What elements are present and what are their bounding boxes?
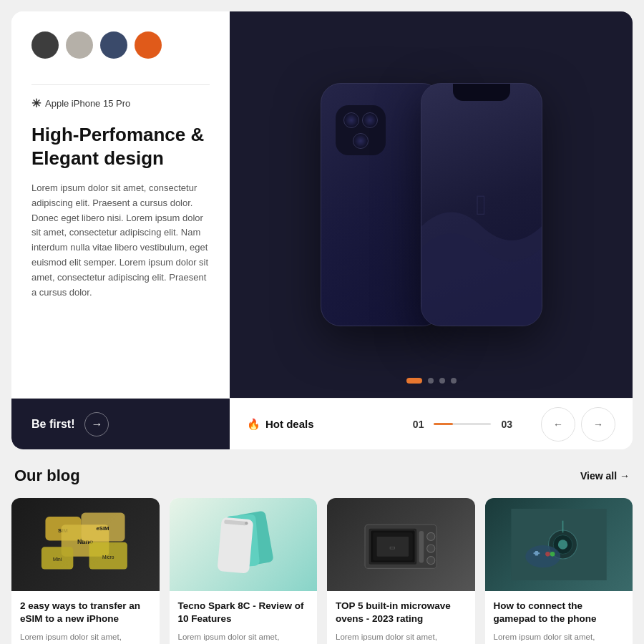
svg-text:Mini: Mini [53, 557, 62, 562]
svg-rect-19 [419, 531, 424, 562]
blog-card-4-title: How to connect the gamepad to the phone [494, 600, 625, 625]
product-tag-label: Apple iPhone 15 Pro [45, 98, 130, 109]
bottom-bar: Be first! → 🔥 Hot deals 01 03 ← → [11, 398, 633, 449]
view-all-link[interactable]: View all → [580, 470, 630, 482]
swatch-dark-gray[interactable] [31, 31, 59, 59]
blog-header: Our blog View all → [11, 467, 633, 485]
blog-card-4-desc: Lorem ipsum dolor sit amet, consectetur … [494, 631, 625, 644]
hero-panel:  [230, 11, 633, 398]
blog-image-3: ▭ [327, 498, 475, 591]
main-container: ✳ Apple iPhone 15 Pro High-Perfomance & … [11, 11, 633, 449]
cta-button[interactable]: Be first! → [11, 399, 230, 449]
svg-text:eSIM: eSIM [97, 525, 109, 532]
carousel-dot-1[interactable] [406, 378, 422, 384]
gamepad-svg [494, 509, 623, 580]
progress-section: 01 03 [413, 419, 512, 430]
cta-label: Be first! [31, 418, 74, 431]
cta-arrow-icon: → [84, 412, 109, 436]
divider [31, 84, 210, 85]
product-title: High-Perfomance & Elegant design [31, 123, 210, 170]
nav-next-button[interactable]: → [581, 407, 615, 441]
blog-image-1: SIM Nano eSIM Mini Micro [11, 498, 160, 591]
sim-svg: SIM Nano eSIM Mini Micro [21, 509, 150, 580]
blog-card-2-desc: Lorem ipsum dolor sit amet, consectetur … [178, 631, 309, 644]
svg-point-30 [525, 545, 560, 567]
progress-total: 03 [501, 419, 512, 430]
svg-rect-12 [217, 517, 253, 574]
svg-point-20 [427, 532, 435, 540]
blog-card-4-content: How to connect the gamepad to the phone … [485, 591, 633, 644]
microwave-svg: ▭ [336, 509, 465, 580]
blog-card-2-title: Tecno Spark 8C - Review of 10 Features [178, 600, 309, 625]
phones-svg [179, 509, 308, 580]
blog-image-4 [485, 498, 633, 591]
svg-point-22 [427, 557, 435, 565]
blog-card-1-title: 2 easy ways to transfer an eSIM to a new… [20, 600, 151, 625]
carousel-dots [406, 378, 457, 384]
blog-section-title: Our blog [14, 467, 80, 485]
star-icon: ✳ [31, 97, 41, 110]
blog-card-2[interactable]: Tecno Spark 8C - Review of 10 Features L… [170, 498, 318, 644]
progress-track [434, 423, 491, 425]
blog-card-3-desc: Lorem ipsum dolor sit amet, consectetur … [336, 631, 467, 644]
blog-grid: SIM Nano eSIM Mini Micro 2 easy ways to … [11, 498, 633, 644]
progress-fill [434, 423, 452, 425]
camera-lens-3 [353, 133, 369, 149]
product-description: Lorem ipsum dolor sit amet, consectetur … [31, 181, 210, 398]
svg-text:Micro: Micro [102, 555, 114, 560]
camera-lens-2 [362, 112, 378, 128]
swatch-light-gray[interactable] [66, 31, 93, 59]
carousel-dot-4[interactable] [451, 378, 457, 384]
camera-module [336, 105, 386, 155]
phone-group:  [321, 83, 542, 326]
svg-text:▭: ▭ [390, 544, 396, 551]
hero-image:  [230, 11, 633, 398]
blog-card-1-desc: Lorem ipsum dolor sit amet, consectetur … [20, 631, 151, 644]
swatch-orange[interactable] [135, 31, 162, 59]
product-tag: ✳ Apple iPhone 15 Pro [31, 97, 210, 110]
swatch-navy[interactable] [100, 31, 127, 59]
nav-prev-button[interactable]: ← [541, 407, 575, 441]
nav-buttons: ← → [535, 407, 615, 441]
blog-card-3[interactable]: ▭ TOP 5 built-in microwave ovens - 2023 … [327, 498, 475, 644]
carousel-dot-3[interactable] [439, 378, 445, 384]
camera-lens-1 [343, 112, 359, 128]
blog-card-4[interactable]: How to connect the gamepad to the phone … [485, 498, 633, 644]
blog-card-1[interactable]: SIM Nano eSIM Mini Micro 2 easy ways to … [11, 498, 160, 644]
svg-point-21 [427, 545, 435, 552]
carousel-dot-2[interactable] [428, 378, 434, 384]
progress-current: 01 [413, 419, 424, 430]
blog-card-3-content: TOP 5 built-in microwave ovens - 2023 ra… [327, 591, 475, 644]
blog-card-2-content: Tecno Spark 8C - Review of 10 Features L… [170, 591, 318, 644]
hot-deals-label: 🔥 Hot deals [247, 418, 314, 431]
phone-front:  [421, 83, 542, 326]
svg-rect-32 [535, 551, 537, 556]
svg-point-28 [558, 540, 567, 549]
phone-notch [453, 84, 510, 101]
phone-wave-svg [421, 192, 542, 326]
blog-card-1-content: 2 easy ways to transfer an eSIM to a new… [11, 591, 160, 644]
top-section: ✳ Apple iPhone 15 Pro High-Perfomance & … [11, 11, 633, 398]
blog-card-3-title: TOP 5 built-in microwave ovens - 2023 ra… [336, 600, 467, 625]
fire-icon: 🔥 [247, 418, 260, 431]
color-swatches [31, 31, 210, 59]
svg-point-34 [550, 552, 555, 557]
blog-image-2 [170, 498, 318, 591]
svg-point-33 [545, 552, 550, 557]
blog-section: Our blog View all → SIM Nano eSIM Mini M… [11, 449, 633, 644]
left-panel: ✳ Apple iPhone 15 Pro High-Perfomance & … [11, 11, 230, 398]
hot-deals-text: Hot deals [265, 418, 314, 430]
deals-bar: 🔥 Hot deals 01 03 ← → [230, 399, 633, 449]
